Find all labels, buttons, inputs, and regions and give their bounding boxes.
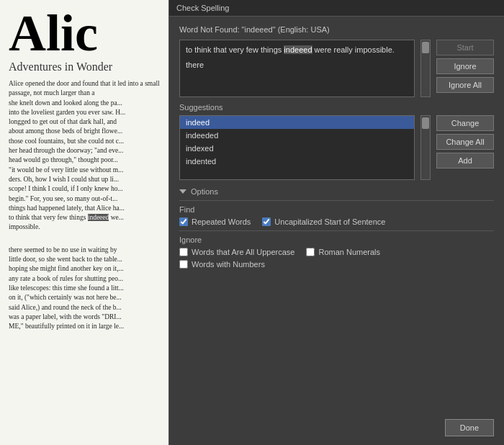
top-right-buttons: Start Ignore Ignore All [436, 40, 494, 97]
book-subtitle: Adventures in Wonder [9, 60, 164, 73]
book-title: Alic [9, 7, 164, 59]
ignore-label: Ignore [179, 235, 494, 244]
start-button[interactable]: Start [436, 40, 494, 55]
words-numbers-checkbox-label[interactable]: Words with Numbers [179, 260, 265, 269]
find-section: Find Repeated Words Uncapitalized Start … [179, 205, 494, 226]
suggestion-item[interactable]: indeeded [180, 129, 414, 142]
all-uppercase-label: Words that Are All Uppercase [192, 248, 294, 256]
book-background: Alic Adventures in Wonder Alice opened t… [0, 0, 173, 445]
change-all-button[interactable]: Change All [436, 134, 494, 150]
repeated-words-label: Repeated Words [192, 217, 251, 226]
options-triangle-icon [179, 189, 186, 194]
find-label: Find [179, 205, 494, 214]
ignore-checkboxes-row1: Words that Are All Uppercase Roman Numer… [179, 248, 494, 256]
context-textbox[interactable]: to think that very few things indeeed we… [179, 40, 415, 97]
find-checkboxes: Repeated Words Uncapitalized Start of Se… [179, 217, 494, 226]
suggestion-item[interactable]: indeed [180, 116, 414, 129]
context-text: to think that very few things indeeed we… [186, 45, 408, 55]
check-spelling-dialog: Check Spelling Word Not Found: "indeeed"… [168, 0, 504, 445]
context-scrollbar[interactable] [420, 40, 431, 97]
uncapitalized-checkbox-label[interactable]: Uncapitalized Start of Sentence [262, 217, 385, 226]
suggestions-scroll-thumb [422, 117, 429, 129]
dialog-title: Check Spelling [176, 4, 229, 12]
ignore-button[interactable]: Ignore [436, 58, 494, 74]
words-numbers-checkbox[interactable] [179, 260, 188, 269]
repeated-words-checkbox-label[interactable]: Repeated Words [179, 217, 251, 226]
dialog-footer: Done [169, 413, 504, 445]
separator [179, 200, 494, 201]
uncapitalized-label: Uncapitalized Start of Sentence [274, 217, 385, 226]
scroll-thumb [422, 42, 429, 53]
highlighted-misspelled: indeeed [88, 214, 109, 221]
options-section: Options Find Repeated Words Uncapitalize… [179, 187, 494, 273]
suggestions-listbox[interactable]: indeed indeeded indexed indented [179, 115, 415, 180]
change-button[interactable]: Change [436, 115, 494, 131]
roman-numerals-checkbox[interactable] [306, 248, 315, 256]
there-text: there [9, 246, 22, 253]
dialog-titlebar: Check Spelling [169, 0, 504, 17]
book-text-p1: Alice opened the door and found that it … [9, 79, 164, 233]
suggestions-section: indeed indeeded indexed indented Change … [179, 115, 494, 180]
suggestions-scrollbar[interactable] [420, 115, 431, 180]
roman-numerals-label: Roman Numerals [318, 248, 380, 256]
suggestion-item[interactable]: indented [180, 155, 414, 168]
all-uppercase-checkbox[interactable] [179, 248, 188, 256]
ignore-section: Ignore Words that Are All Uppercase Roma… [179, 235, 494, 269]
misspelled-highlight: indeeed [284, 45, 312, 54]
options-header[interactable]: Options [179, 187, 494, 196]
done-button[interactable]: Done [445, 419, 494, 436]
suggestion-item[interactable]: indexed [180, 142, 414, 155]
add-button[interactable]: Add [436, 153, 494, 168]
word-not-found-label: Word Not Found: "indeeed" (English: USA) [179, 25, 494, 34]
all-uppercase-checkbox-label[interactable]: Words that Are All Uppercase [179, 248, 294, 256]
ignore-checkboxes-row2: Words with Numbers [179, 260, 494, 269]
book-text-p2: there seemed to be no use in waiting by … [9, 246, 164, 332]
options-label: Options [191, 187, 218, 196]
suggestions-label: Suggestions [179, 103, 494, 112]
ignore-all-button[interactable]: Ignore All [436, 77, 494, 93]
context-section: to think that very few things indeeed we… [179, 40, 494, 97]
roman-numerals-checkbox-label[interactable]: Roman Numerals [306, 248, 380, 256]
second-line-text: there [186, 60, 408, 71]
suggestions-buttons: Change Change All Add [436, 115, 494, 180]
repeated-words-checkbox[interactable] [179, 217, 188, 226]
separator2 [179, 230, 494, 231]
words-numbers-label: Words with Numbers [192, 260, 265, 269]
uncapitalized-checkbox[interactable] [262, 217, 271, 226]
